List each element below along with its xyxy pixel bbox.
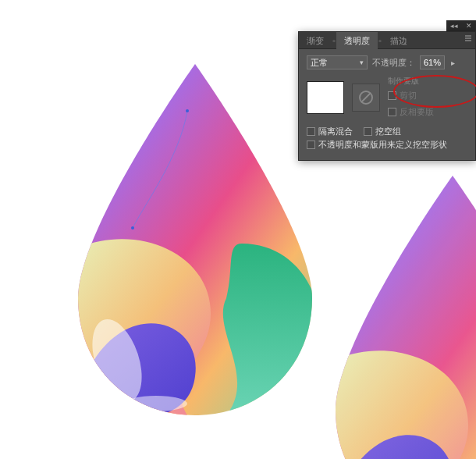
svg-point-4	[125, 396, 187, 411]
tab-transparency[interactable]: 透明度	[336, 32, 378, 49]
invert-label: 反相要版	[400, 106, 434, 118]
isolate-checkbox[interactable]	[307, 127, 315, 136]
close-icon[interactable]: ✕	[466, 22, 472, 30]
make-mask-label[interactable]: 制作要版	[388, 76, 434, 87]
clip-label: 剪切	[400, 90, 417, 101]
panel-topbar: ◂◂ ✕	[446, 20, 476, 31]
collapse-icon[interactable]: ◂◂	[450, 22, 458, 30]
artwork-drop-2[interactable]	[328, 176, 476, 459]
opacity-input[interactable]: 61%	[420, 55, 445, 69]
svg-point-1	[186, 109, 189, 112]
no-mask-icon	[358, 90, 374, 105]
isolate-label: 隔离混合	[318, 126, 353, 137]
panel-menu-icon[interactable]	[464, 34, 472, 42]
canvas[interactable]: ◂◂ ✕ 渐变 ◦ 透明度 ◦ 描边 正常 ▾ 不透明度：	[0, 0, 476, 459]
opacity-mask-define-label: 不透明度和蒙版用来定义挖空形状	[318, 139, 447, 151]
opacity-label: 不透明度：	[372, 57, 415, 69]
chevron-down-icon: ▾	[360, 59, 364, 66]
transparency-panel: 渐变 ◦ 透明度 ◦ 描边 正常 ▾ 不透明度： 61% ▸	[298, 31, 476, 161]
clip-checkbox[interactable]	[388, 91, 396, 100]
invert-checkbox[interactable]	[388, 108, 396, 116]
blend-mode-value: 正常	[311, 57, 328, 69]
svg-line-7	[361, 93, 371, 102]
knockout-checkbox[interactable]	[364, 127, 372, 136]
svg-point-2	[131, 226, 134, 230]
tab-separator: ◦	[378, 36, 382, 45]
tab-separator: ◦	[332, 36, 336, 45]
blend-mode-select[interactable]: 正常 ▾	[307, 55, 368, 69]
opacity-mask-define-checkbox[interactable]	[307, 141, 315, 149]
opacity-stepper-icon[interactable]: ▸	[449, 59, 456, 67]
tab-gradient[interactable]: 渐变	[299, 32, 332, 49]
object-thumbnail[interactable]	[307, 81, 344, 114]
artwork-drop[interactable]	[70, 64, 320, 415]
tab-stroke[interactable]: 描边	[382, 32, 415, 49]
mask-thumbnail[interactable]	[352, 84, 380, 112]
panel-tabbar: 渐变 ◦ 透明度 ◦ 描边	[299, 32, 475, 49]
knockout-label: 挖空组	[375, 126, 401, 137]
